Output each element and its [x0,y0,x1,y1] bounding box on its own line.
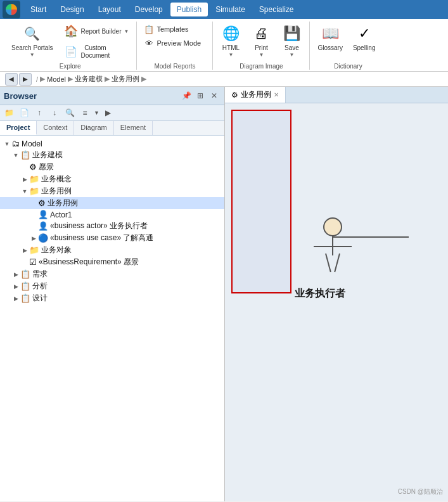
search-portals-button[interactable]: 🔍 Search Portals ▼ [8,22,57,60]
spelling-icon: ✓ [354,23,374,44]
save-button[interactable]: 💾 Save ▼ [278,22,305,60]
bizuc-label: «business use case» 了解高通 [50,233,153,243]
menu-start[interactable]: Start [24,3,53,16]
req-label: 需求 [32,269,48,280]
save-icon: 💾 [281,23,302,44]
templates-button[interactable]: 📋 Templates [141,23,204,35]
browser-header: Browser 📌 ⊞ ✕ [0,87,224,105]
menu-specialize[interactable]: Specialize [253,3,300,16]
dropdown-indicator: ▼ [94,110,99,116]
connector-line [333,236,409,238]
expand-tree-icon[interactable]: ▶ [102,106,115,119]
search-portals-icon: 🔍 [22,23,42,44]
diagram-canvas[interactable]: 业务执行者 CSDN @陆顺治 [225,103,448,501]
design-icon: 📋 [20,293,30,303]
print-button[interactable]: 🖨 Print ▼ [247,22,275,60]
tree-view: ▼ 🗂 Model ▼ 📋 业务建模 ⚙ 愿景 ▶ 📁 业务概念 [0,136,224,501]
tree-bizreq[interactable]: ☑ «BusinessRequirement» 愿景 [0,256,224,268]
ribbon-group-model-reports: 📋 Templates 👁 Preview Mode Model Reports [137,22,213,70]
tree-vision[interactable]: ⚙ 愿景 [0,161,224,173]
tree-req[interactable]: ▶ 📋 需求 [0,268,224,280]
canvas-tab-close[interactable]: ✕ [274,91,279,98]
pin-button[interactable]: 📌 [180,89,193,102]
close-panel-button[interactable]: ✕ [208,89,221,102]
bizobj-label: 业务对象 [41,245,72,255]
up-icon[interactable]: ↑ [33,106,46,119]
canvas-tab-bizusecase[interactable]: ⚙ 业务用例 ✕ [225,87,286,103]
new-doc-icon[interactable]: 📄 [18,106,30,119]
tab-context[interactable]: Context [37,121,74,135]
spelling-button[interactable]: ✓ Spelling [349,22,380,54]
actor-legs [325,254,340,273]
tab-project[interactable]: Project [0,121,37,135]
tab-diagram[interactable]: Diagram [74,121,114,135]
save-label: Save [285,44,299,52]
menu-icon[interactable]: ≡ [79,106,91,119]
breadcrumb-biz-usecase[interactable]: 业务用例 [112,74,139,84]
breadcrumb-biz-model[interactable]: 业务建模 [75,74,103,84]
menu-design[interactable]: Design [54,3,90,16]
bizconcept-label: 业务概念 [41,174,72,184]
tree-design[interactable]: ▶ 📋 设计 [0,292,224,304]
expand-model: ▼ [3,141,11,147]
tree-bizactor[interactable]: 👤 «business actor» 业务执行者 [0,220,224,232]
tab-element[interactable]: Element [114,121,153,135]
search-icon[interactable]: 🔍 [63,106,76,119]
diagram-buttons: 🌐 HTML ▼ 🖨 Print ▼ 💾 Save ▼ [217,22,305,61]
actor1-icon: 👤 [38,210,48,219]
actor-label: 业务执行者 [295,287,345,300]
tree-analysis[interactable]: ▶ 📋 分析 [0,280,224,292]
explore-label: Explore [8,61,132,70]
menu-publish[interactable]: Publish [170,3,208,16]
analysis-icon: 📋 [20,281,30,291]
expand-req: ▶ [11,271,20,278]
breadcrumb-nav: ◀ ▶ [5,73,32,86]
glossary-button[interactable]: 📖 Glossary [314,22,346,54]
nav-back-button[interactable]: ◀ [5,73,18,86]
model-label: Model [22,139,42,148]
tree-actor1[interactable]: 👤 Actor1 [0,209,224,220]
tree-model[interactable]: ▼ 🗂 Model [0,138,224,149]
actor-leg-left [325,254,331,272]
nav-forward-button[interactable]: ▶ [19,73,32,86]
new-folder-icon[interactable]: 📁 [3,106,15,119]
tree-bizusecase-diag[interactable]: ⚙ 业务用例 [0,197,224,209]
custom-document-button[interactable]: 📄 CustomDocument [60,42,133,61]
tree-bizusecase-folder[interactable]: ▼ 📁 业务用例 [0,185,224,197]
breadcrumb: ◀ ▶ / ▶ Model ▶ 业务建模 ▶ 业务用例 ▶ [0,72,448,87]
tree-bizmodel[interactable]: ▼ 📋 业务建模 [0,149,224,161]
html-button[interactable]: 🌐 HTML ▼ [217,22,245,60]
bizmodel-icon: 📋 [20,150,30,160]
tree-bizuc[interactable]: ▶ 🔵 «business use case» 了解高通 [0,232,224,244]
menu-simulate[interactable]: Simulate [209,3,252,16]
app-logo[interactable] [3,1,20,18]
vision-icon: ⚙ [29,162,37,172]
preview-mode-button[interactable]: 👁 Preview Mode [141,37,204,49]
breadcrumb-arrow-2: ▶ [105,75,110,83]
vision-label: 愿景 [39,162,54,172]
dictionary-label: Dictionary [314,61,382,70]
logo-icon [6,4,17,15]
custom-document-label: CustomDocument [81,44,110,60]
menu-layout[interactable]: Layout [92,3,127,16]
tree-bizobj[interactable]: ▶ 📁 业务对象 [0,244,224,256]
browser-toolbar-row: 📁 📄 ↑ ↓ 🔍 ≡ ▼ ▶ [0,105,224,121]
templates-icon: 📋 [144,24,154,34]
print-icon: 🖨 [251,23,271,44]
design-label: 设计 [32,293,48,304]
expand-bizobj: ▶ [20,247,29,254]
actor-arms [314,246,352,247]
diagram-area: 业务执行者 CSDN @陆顺治 [225,103,448,501]
templates-label: Templates [157,25,188,33]
menu-develop[interactable]: Develop [129,3,169,16]
actor-leg-right [334,254,340,272]
breadcrumb-arrow-0: ▶ [40,75,45,83]
breadcrumb-model[interactable]: Model [47,75,66,83]
down-icon[interactable]: ↓ [48,106,61,119]
canvas-area: ⚙ 业务用例 ✕ [225,87,448,501]
tree-bizconcept[interactable]: ▶ 📁 业务概念 [0,173,224,185]
expand-button[interactable]: ⊞ [194,89,207,102]
report-builder-button[interactable]: 🏠 Report Builder ▼ [60,22,133,41]
bizobj-icon: 📁 [29,245,39,255]
analysis-label: 分析 [32,281,48,292]
